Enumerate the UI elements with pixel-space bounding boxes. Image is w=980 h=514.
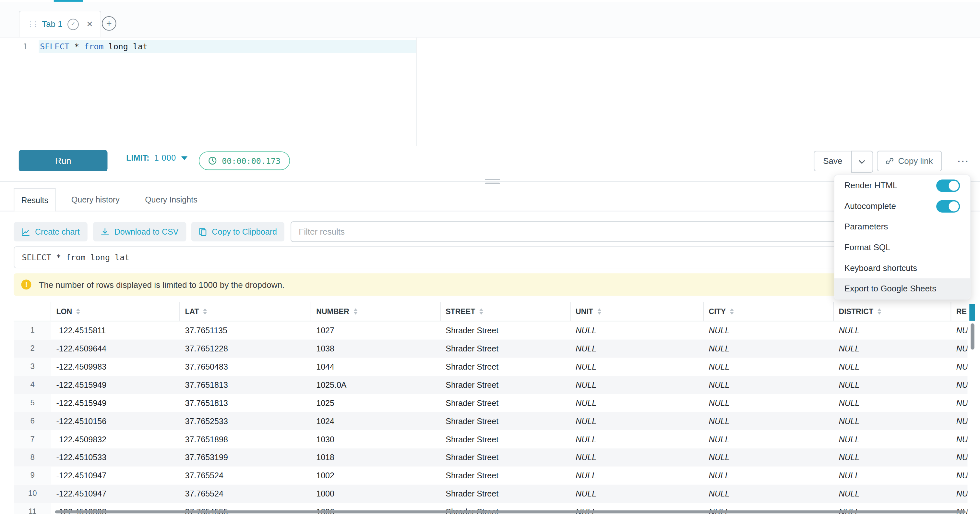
clock-icon xyxy=(208,156,217,165)
tab-query-insights[interactable]: Query Insights xyxy=(145,188,197,211)
download-csv-label: Download to CSV xyxy=(115,227,179,236)
column-header-re[interactable]: RE xyxy=(951,302,967,321)
limit-value: 1 000 xyxy=(154,153,177,163)
table-row: 7-122.450983237.76518981030Shrader Stree… xyxy=(14,430,967,449)
sql-lab-app: ⋮⋮ Tab 1 ✓ ✕ + 1 SELECT * from long_lat … xyxy=(0,0,980,514)
vertical-scrollbar[interactable] xyxy=(970,323,975,350)
render-html-toggle[interactable] xyxy=(936,179,960,192)
table-row: 2-122.450964437.76512281038Shrader Stree… xyxy=(14,340,967,358)
column-header-lon[interactable]: LON xyxy=(51,302,180,321)
sql-editor[interactable]: 1 SELECT * from long_lat xyxy=(0,38,980,146)
table-cell: NULL xyxy=(951,430,967,449)
table-cell: NULL xyxy=(951,358,967,376)
column-header-city[interactable]: CITY xyxy=(704,302,834,321)
menu-item-export-google-sheets[interactable]: Export to Google Sheets xyxy=(834,278,970,299)
table-cell: 37.7651813 xyxy=(180,376,311,394)
menu-item-label: Parameters xyxy=(845,222,888,231)
table-cell: NULL xyxy=(571,485,704,503)
table-cell: -122.4509644 xyxy=(51,340,180,358)
save-split-button: Save xyxy=(814,150,873,171)
options-menu: Render HTML Autocomplete Parameters Form… xyxy=(834,175,970,300)
column-header-street[interactable]: STREET xyxy=(441,302,571,321)
table-cell: NULL xyxy=(704,449,834,467)
run-button[interactable]: Run xyxy=(19,150,108,172)
menu-item-format-sql[interactable]: Format SQL xyxy=(834,237,970,258)
menu-item-autocomplete[interactable]: Autocomplete xyxy=(834,196,970,216)
autocomplete-toggle[interactable] xyxy=(936,200,960,212)
table-cell: 37.7650483 xyxy=(180,358,311,376)
editor-code-line[interactable]: SELECT * from long_lat xyxy=(40,40,148,53)
menu-item-render-html[interactable]: Render HTML xyxy=(834,175,970,196)
table-cell: 1025.0A xyxy=(311,376,441,394)
table-row: 4-122.451594937.76518131025.0AShrader St… xyxy=(14,376,967,394)
editor-tab-strip: ⋮⋮ Tab 1 ✓ ✕ + xyxy=(0,2,980,38)
column-header-district[interactable]: DISTRICT xyxy=(834,302,951,321)
table-cell: NULL xyxy=(571,322,704,340)
table-cell: 37.7651228 xyxy=(180,340,311,358)
sql-keyword: from xyxy=(84,42,103,51)
table-cell: NULL xyxy=(571,340,704,358)
sort-icon[interactable] xyxy=(878,308,882,314)
more-options-button[interactable]: ⋯ xyxy=(953,150,974,171)
menu-item-label: Render HTML xyxy=(845,181,897,190)
table-cell: NULL xyxy=(704,430,834,449)
close-tab-icon[interactable]: ✕ xyxy=(86,20,93,28)
menu-item-keyboard-shortcuts[interactable]: Keyboard shortcuts xyxy=(834,258,970,278)
create-chart-label: Create chart xyxy=(35,227,80,236)
sort-icon[interactable] xyxy=(597,308,601,314)
column-header-unit[interactable]: UNIT xyxy=(571,302,704,321)
table-cell: 1002 xyxy=(311,467,441,485)
table-cell: Shrader Street xyxy=(441,412,571,430)
results-grid: LON LAT NUMBER STREET UNIT CITY DISTRICT… xyxy=(14,302,967,514)
row-number: 6 xyxy=(14,412,51,430)
sort-icon[interactable] xyxy=(353,308,357,314)
editor-tab[interactable]: ⋮⋮ Tab 1 ✓ ✕ xyxy=(19,11,101,37)
save-options-button[interactable] xyxy=(851,150,873,172)
save-button[interactable]: Save xyxy=(814,150,851,171)
drag-handle-icon[interactable]: ⋮⋮ xyxy=(27,21,37,27)
sort-icon[interactable] xyxy=(730,308,734,314)
table-cell: NULL xyxy=(704,485,834,503)
table-cell: NULL xyxy=(704,412,834,430)
table-row: 5-122.451594937.76518131025Shrader Stree… xyxy=(14,394,967,412)
table-cell: 1038 xyxy=(311,340,441,358)
table-cell: 37.7652533 xyxy=(180,412,311,430)
table-cell: NULL xyxy=(834,485,951,503)
tab-query-history[interactable]: Query history xyxy=(72,188,120,211)
table-cell: NULL xyxy=(834,449,951,467)
table-row: 6-122.451015637.76525331024Shrader Stree… xyxy=(14,412,967,430)
table-cell: 37.7651813 xyxy=(180,394,311,412)
download-csv-button[interactable]: Download to CSV xyxy=(93,222,186,241)
table-cell: NULL xyxy=(951,449,967,467)
horizontal-scrollbar[interactable] xyxy=(55,511,966,514)
table-row: 1-122.451581137.76511351027Shrader Stree… xyxy=(14,322,967,340)
table-cell: -122.4515949 xyxy=(51,376,180,394)
row-limit-warning: ! The number of rows displayed is limite… xyxy=(14,273,966,295)
limit-label: LIMIT: xyxy=(126,153,149,163)
chart-icon xyxy=(21,227,30,236)
sql-operator: * xyxy=(69,42,84,51)
limit-dropdown[interactable]: LIMIT: 1 000 xyxy=(126,153,188,163)
sort-icon[interactable] xyxy=(76,308,80,314)
table-header-row: LON LAT NUMBER STREET UNIT CITY DISTRICT… xyxy=(14,302,967,322)
add-tab-button[interactable]: + xyxy=(102,16,116,30)
column-header-number[interactable]: NUMBER xyxy=(311,302,441,321)
menu-item-parameters[interactable]: Parameters xyxy=(834,216,970,237)
tab-results[interactable]: Results xyxy=(14,188,56,211)
table-cell: NULL xyxy=(951,467,967,485)
create-chart-button[interactable]: Create chart xyxy=(14,222,87,241)
copy-clipboard-button[interactable]: Copy to Clipboard xyxy=(191,222,285,241)
table-cell: 1024 xyxy=(311,412,441,430)
table-cell: -122.4510947 xyxy=(51,467,180,485)
table-cell: Shrader Street xyxy=(441,449,571,467)
pane-resize-grip[interactable] xyxy=(485,179,500,184)
sort-icon[interactable] xyxy=(203,308,207,314)
copy-link-button[interactable]: Copy link xyxy=(877,150,942,171)
table-cell: NULL xyxy=(571,412,704,430)
column-header-lat[interactable]: LAT xyxy=(180,302,311,321)
link-icon xyxy=(886,157,894,165)
table-cell: NULL xyxy=(951,322,967,340)
table-cell: NULL xyxy=(704,340,834,358)
sort-icon[interactable] xyxy=(480,308,484,314)
table-cell: NULL xyxy=(571,358,704,376)
